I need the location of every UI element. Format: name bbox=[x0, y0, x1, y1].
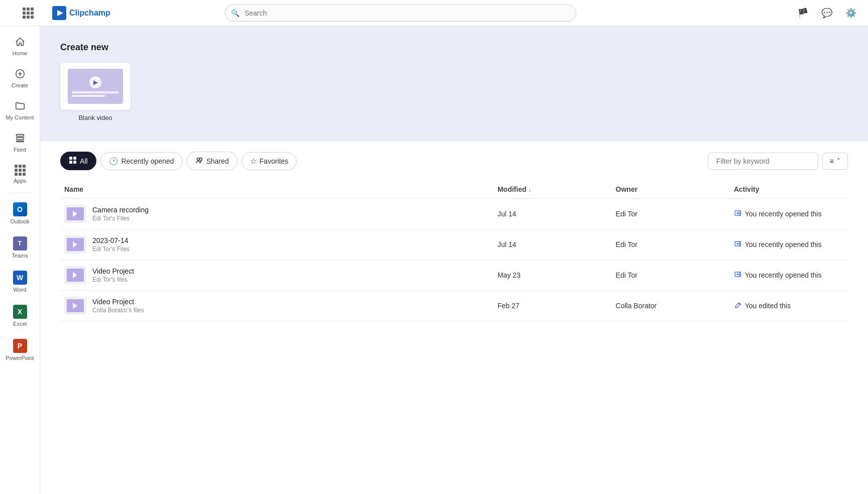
cell-activity: You recently opened this bbox=[730, 199, 848, 229]
file-thumbnail bbox=[64, 205, 86, 223]
file-table: Name Modified ↓ Owner Activity bbox=[60, 180, 848, 321]
cell-modified: Feb 27 bbox=[493, 291, 611, 321]
file-thumb-inner bbox=[67, 238, 84, 251]
svg-point-12 bbox=[197, 158, 199, 161]
activity-icon bbox=[734, 271, 742, 280]
activity-text: You recently opened this bbox=[745, 210, 822, 218]
table-row[interactable]: Camera recording Edi Tor's Files Jul 14 … bbox=[60, 199, 848, 229]
cell-owner: Edi Tor bbox=[611, 229, 729, 260]
powerpoint-icon: P bbox=[13, 339, 27, 353]
file-thumbnail bbox=[64, 297, 86, 315]
create-section: Create new ▶ Blank video bbox=[40, 26, 868, 142]
app-logo[interactable]: Clipchamp bbox=[48, 2, 116, 24]
feed-icon bbox=[15, 133, 26, 145]
sidebar-label-apps: Apps bbox=[14, 178, 26, 184]
tab-favorites[interactable]: ☆ Favorites bbox=[241, 152, 297, 170]
flag-button[interactable]: 🏴 bbox=[794, 4, 812, 22]
file-title: 2023-07-14 bbox=[92, 236, 130, 244]
sort-button[interactable]: ≡ ˅ bbox=[822, 153, 848, 170]
cell-name: Video Project Edi Tor's files bbox=[60, 260, 493, 291]
cell-name: Camera recording Edi Tor's Files bbox=[60, 199, 493, 229]
table-row[interactable]: Video Project Edi Tor's files May 23 Edi… bbox=[60, 260, 848, 291]
cell-owner: Edi Tor bbox=[611, 199, 729, 229]
excel-icon: X bbox=[13, 305, 27, 319]
sidebar-item-apps[interactable]: Apps bbox=[0, 159, 40, 190]
blank-video-inner: ▶ bbox=[68, 69, 123, 104]
file-thumb-inner bbox=[67, 299, 84, 312]
tab-recently-opened[interactable]: 🕐 Recently opened bbox=[100, 152, 183, 170]
tab-shared-label: Shared bbox=[206, 157, 229, 165]
activity-icon bbox=[734, 209, 742, 219]
tab-shared[interactable]: Shared bbox=[187, 152, 237, 170]
sort-arrow-icon: ↓ bbox=[529, 186, 532, 193]
sidebar-item-create[interactable]: Create bbox=[0, 62, 40, 94]
activity-icon bbox=[734, 301, 742, 311]
sidebar-label-home: Home bbox=[13, 50, 27, 56]
file-subtitle: Edi Tor's Files bbox=[92, 245, 130, 253]
svg-rect-9 bbox=[73, 157, 76, 160]
side-nav: Home Create My Content bbox=[0, 26, 40, 494]
cell-name: Video Project Colla Borator's files bbox=[60, 291, 493, 321]
topbar-actions: 🏴 💬 ⚙️ bbox=[794, 4, 860, 22]
file-info: 2023-07-14 Edi Tor's Files bbox=[92, 236, 130, 253]
play-triangle-icon bbox=[73, 241, 79, 248]
sidebar-item-feed[interactable]: Feed bbox=[0, 127, 40, 159]
home-icon bbox=[15, 36, 26, 48]
keyword-filter-input[interactable] bbox=[708, 153, 818, 170]
table-header: Name Modified ↓ Owner Activity bbox=[60, 180, 848, 199]
sidebar-label-excel: Excel bbox=[13, 321, 27, 327]
shared-icon bbox=[195, 156, 203, 166]
col-header-name: Name bbox=[60, 180, 493, 199]
file-title: Video Project bbox=[92, 298, 144, 306]
cell-activity: You recently opened this bbox=[730, 229, 848, 260]
sidebar-item-outlook[interactable]: O Outlook bbox=[0, 196, 40, 230]
sidebar-item-teams[interactable]: T Teams bbox=[0, 230, 40, 265]
sidebar-label-word: Word bbox=[13, 287, 26, 293]
sidebar-item-excel[interactable]: X Excel bbox=[0, 299, 40, 333]
teams-icon: T bbox=[13, 236, 27, 251]
play-triangle-icon bbox=[73, 303, 79, 309]
cell-owner: Edi Tor bbox=[611, 260, 729, 291]
cell-owner: Colla Borator bbox=[611, 291, 729, 321]
tab-all-label: All bbox=[80, 157, 88, 165]
file-info: Video Project Colla Borator's files bbox=[92, 298, 144, 314]
search-input[interactable] bbox=[225, 5, 576, 22]
sidebar-divider bbox=[8, 193, 32, 193]
file-info: Camera recording Edi Tor's Files bbox=[92, 206, 149, 222]
all-tab-icon bbox=[69, 156, 77, 166]
sidebar-label-my-content: My Content bbox=[6, 114, 34, 120]
table-row[interactable]: Video Project Colla Borator's files Feb … bbox=[60, 291, 848, 321]
play-triangle-icon bbox=[73, 272, 79, 278]
files-section: All 🕐 Recently opened Sha bbox=[40, 142, 868, 494]
sidebar-label-outlook: Outlook bbox=[11, 218, 30, 224]
col-header-modified[interactable]: Modified ↓ bbox=[493, 180, 611, 199]
apps-icon bbox=[15, 165, 26, 176]
sidebar-item-word[interactable]: W Word bbox=[0, 265, 40, 299]
cell-name: 2023-07-14 Edi Tor's Files bbox=[60, 229, 493, 260]
svg-rect-6 bbox=[16, 138, 24, 140]
star-icon: ☆ bbox=[250, 157, 257, 166]
clipchamp-logo-icon bbox=[52, 6, 66, 20]
apps-grid-icon[interactable] bbox=[23, 8, 34, 19]
col-header-activity: Activity bbox=[730, 180, 848, 199]
settings-button[interactable]: ⚙️ bbox=[842, 4, 860, 22]
activity-text: You edited this bbox=[745, 302, 791, 310]
file-thumb-inner bbox=[67, 207, 84, 220]
svg-rect-10 bbox=[69, 161, 72, 164]
sidebar-item-my-content[interactable]: My Content bbox=[0, 94, 40, 127]
search-icon: 🔍 bbox=[231, 9, 239, 17]
tab-all[interactable]: All bbox=[60, 152, 96, 170]
create-icon bbox=[15, 68, 26, 80]
svg-rect-8 bbox=[69, 157, 72, 160]
file-thumbnail bbox=[64, 235, 86, 254]
svg-rect-11 bbox=[73, 161, 76, 164]
sidebar-item-powerpoint[interactable]: P PowerPoint bbox=[0, 333, 40, 367]
main-container: Home Create My Content bbox=[0, 26, 868, 494]
file-subtitle: Edi Tor's files bbox=[92, 276, 134, 283]
feedback-button[interactable]: 💬 bbox=[818, 4, 836, 22]
table-row[interactable]: 2023-07-14 Edi Tor's Files Jul 14 Edi To… bbox=[60, 229, 848, 260]
filter-right: ≡ ˅ bbox=[708, 153, 848, 170]
blank-video-card[interactable]: ▶ Blank video bbox=[60, 63, 131, 121]
cell-modified: May 23 bbox=[493, 260, 611, 291]
sidebar-item-home[interactable]: Home bbox=[0, 30, 40, 62]
